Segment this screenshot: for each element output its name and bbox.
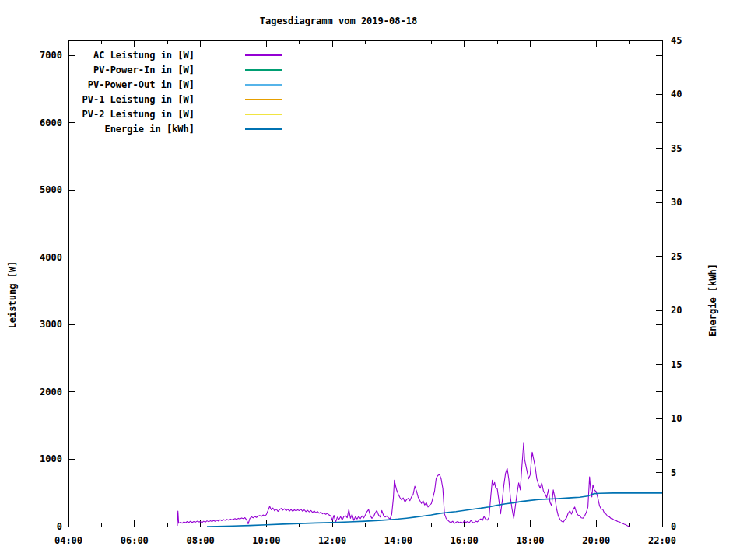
y2-axis-tick-label: 15 xyxy=(671,359,682,370)
y2-axis-tick-label: 40 xyxy=(671,89,682,100)
x-axis-tick-label: 18:00 xyxy=(516,535,544,546)
y-axis-tick-label: 0 xyxy=(57,521,62,532)
y-axis-tick-label: 7000 xyxy=(40,50,62,61)
legend-label: Energie in [kWh] xyxy=(104,124,195,135)
y2-axis-tick-label: 0 xyxy=(671,521,676,532)
legend-label: PV-2 Leistung in [W] xyxy=(82,109,195,120)
chart-canvas: 04:0006:0008:0010:0012:0014:0016:0018:00… xyxy=(0,0,747,560)
y2-axis-tick-label: 35 xyxy=(671,143,682,154)
legend-label: PV-Power-Out in [W] xyxy=(88,79,195,90)
x-axis-tick-label: 04:00 xyxy=(54,535,82,546)
x-axis-tick-label: 22:00 xyxy=(648,535,676,546)
y2-axis-tick-label: 10 xyxy=(671,413,682,424)
legend-label: PV-1 Leistung in [W] xyxy=(82,94,195,105)
x-axis-tick-label: 08:00 xyxy=(186,535,214,546)
y2-axis-tick-label: 5 xyxy=(671,467,676,478)
y-axis-tick-label: 2000 xyxy=(40,387,62,397)
y2-axis-tick-label: 30 xyxy=(671,197,682,208)
legend-label: PV-Power-In in [W] xyxy=(93,65,195,75)
y2-axis-tick-label: 20 xyxy=(671,305,682,316)
x-axis-tick-label: 14:00 xyxy=(384,535,412,546)
y2-axis-tick-label: 25 xyxy=(671,251,682,262)
x-axis-tick-label: 16:00 xyxy=(451,535,479,546)
y-axis-tick-label: 1000 xyxy=(40,453,62,464)
legend-label: AC Leistung in [W] xyxy=(93,50,195,61)
y2-axis-tick-label: 45 xyxy=(671,35,682,46)
y-axis-tick-label: 3000 xyxy=(40,319,62,330)
y-axis-tick-label: 5000 xyxy=(40,184,62,195)
y-axis-tick-label: 4000 xyxy=(40,252,62,263)
gnuplot-daily-diagram: Tagesdiagramm vom 2019-08-18 Leistung [W… xyxy=(0,0,747,560)
x-axis-tick-label: 10:00 xyxy=(252,535,280,546)
x-axis-tick-label: 06:00 xyxy=(121,535,149,546)
x-axis-tick-label: 12:00 xyxy=(318,535,346,546)
y-axis-tick-label: 6000 xyxy=(40,117,62,128)
x-axis-tick-label: 20:00 xyxy=(582,535,610,546)
series-line-ac-leistung-in-w xyxy=(177,443,630,527)
